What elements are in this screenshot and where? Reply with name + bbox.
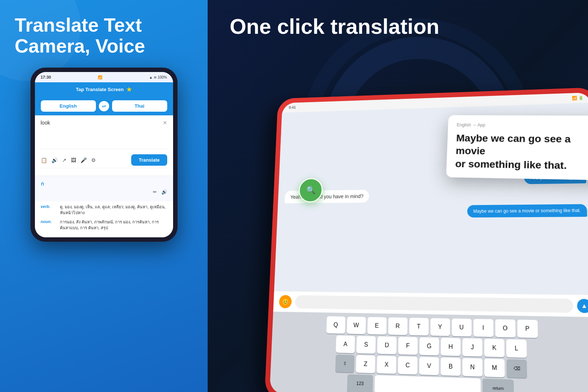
key-return[interactable]: return [483, 378, 514, 392]
result-section: ก ✏ 🔊 [35, 176, 173, 201]
right-panel: One click translation 9:41 📶 🔋 English →… [208, 0, 588, 392]
phone-mockup: 17:30 📶 ▲ ≋ 100% Tap Translate Screen ★ … [31, 68, 178, 242]
hero-title: Translate Text Camera, Voice [15, 15, 193, 57]
message-input[interactable] [295, 295, 573, 313]
lang-swap-btn[interactable]: ⇌ [99, 101, 109, 111]
result-actions: ✏ 🔊 [41, 189, 167, 195]
chat-bubble-4: Maybe we can go see a movie or something… [467, 204, 587, 217]
source-text: look [41, 120, 167, 126]
hero-title-line1: Translate Text [15, 15, 193, 36]
key-i[interactable]: I [473, 319, 493, 337]
key-123[interactable]: 123 [347, 374, 373, 392]
left-panel: Translate Text Camera, Voice 17:30 📶 ▲ ≋… [0, 0, 208, 392]
dict-text-noun: การมอง, สัง ค้นหา, ภาพลักษณ์, การ มอง, ก… [60, 219, 167, 231]
translate-body: look ✕ 📋 🔊 ↗ 🖼 🎤 ⚙ Translate [35, 115, 173, 176]
chat-bubble-3: Yeah! What did you have in mind? [285, 190, 369, 204]
right-title: One click translation [230, 15, 440, 38]
key-p[interactable]: P [517, 320, 538, 338]
key-x[interactable]: X [377, 356, 396, 374]
emoji-btn[interactable]: 😊 [279, 295, 292, 308]
phone-battery: ▲ ≋ 100% [149, 75, 167, 79]
toolbar-row: 📋 🔊 ↗ 🖼 🎤 ⚙ Translate [41, 152, 167, 168]
clear-btn[interactable]: ✕ [163, 120, 167, 126]
toolbar-mic-icon[interactable]: 🎤 [80, 157, 87, 163]
phone-status-bar: 17:30 📶 ▲ ≋ 100% [35, 72, 173, 82]
key-e[interactable]: E [367, 317, 386, 335]
chat-area: English → App ✎ Maybe we can go see a mo… [274, 103, 588, 295]
lang-to-btn[interactable]: Thai [112, 100, 167, 112]
keyboard-area: Q W E R T Y U I O P A S D [270, 312, 588, 392]
phone-status-icon: 📶 [98, 75, 102, 79]
translate-button[interactable]: Translate [131, 154, 167, 166]
key-r[interactable]: R [388, 317, 408, 335]
result-char: ก [41, 180, 167, 188]
key-h[interactable]: H [441, 338, 460, 356]
phone-status-time: 17:30 [41, 75, 51, 79]
key-v[interactable]: V [419, 357, 439, 375]
key-n[interactable]: N [462, 358, 483, 377]
key-y[interactable]: Y [430, 318, 450, 336]
phone-right-outer: 9:41 📶 🔋 English → App ✎ Maybe we can go… [265, 87, 588, 392]
dict-type-noun: noun. [41, 219, 55, 231]
toolbar-image-icon[interactable]: 🖼 [71, 157, 76, 163]
key-shift[interactable]: ⇧ [335, 355, 354, 373]
translation-text-line2: or something like that. [455, 158, 588, 173]
toolbar-settings-icon[interactable]: ⚙ [91, 157, 96, 163]
hero-title-line2: Camera, Voice [15, 36, 193, 57]
key-d[interactable]: D [377, 336, 397, 354]
key-backspace[interactable]: ⌫ [506, 359, 527, 378]
key-o[interactable]: O [495, 319, 515, 338]
dict-entry-verb: verb. ดู, มอง, มองดู, เห็น, แล, ดูแล, เห… [41, 204, 167, 216]
key-space[interactable] [374, 375, 481, 392]
phone-app-bar: Tap Translate Screen ★ [35, 82, 173, 97]
source-text-area: look ✕ [41, 120, 167, 149]
key-l[interactable]: L [506, 339, 527, 357]
right-phone-time: 9:41 [289, 105, 296, 110]
dictionary-section: verb. ดู, มอง, มองดู, เห็น, แล, ดูแล, เห… [35, 201, 173, 237]
key-j[interactable]: J [462, 338, 482, 357]
send-btn[interactable]: ▲ [577, 299, 588, 313]
phone-right-inner: 9:41 📶 🔋 English → App ✎ Maybe we can go… [270, 93, 588, 392]
key-t[interactable]: T [409, 318, 429, 336]
translate-circle-icon: 🔍 [306, 186, 315, 195]
key-g[interactable]: G [419, 337, 439, 355]
star-icon: ★ [126, 86, 132, 93]
lang-selector: English ⇌ Thai [35, 97, 173, 115]
key-k[interactable]: K [484, 339, 505, 357]
dict-entry-noun: noun. การมอง, สัง ค้นหา, ภาพลักษณ์, การ … [41, 219, 167, 231]
lang-from-btn[interactable]: English [41, 100, 96, 112]
toolbar-share-icon[interactable]: ↗ [62, 157, 67, 163]
right-phone-signal: 📶 🔋 [572, 96, 584, 101]
key-a[interactable]: A [336, 335, 355, 353]
key-b[interactable]: B [441, 357, 460, 376]
translation-card-header: English → App ✎ [457, 122, 588, 129]
key-z[interactable]: Z [356, 355, 375, 373]
translation-text-line1: Maybe we can go see a movie [456, 132, 588, 159]
phone-outer: 17:30 📶 ▲ ≋ 100% Tap Translate Screen ★ … [31, 68, 178, 242]
key-w[interactable]: W [347, 317, 366, 334]
translation-card-text: Maybe we can go see a movie or something… [455, 132, 588, 173]
result-volume-icon[interactable]: 🔊 [161, 189, 167, 195]
key-c[interactable]: C [398, 356, 417, 375]
phone-right-mockup: 9:41 📶 🔋 English → App ✎ Maybe we can go… [265, 87, 588, 392]
phone-inner: 17:30 📶 ▲ ≋ 100% Tap Translate Screen ★ … [35, 72, 173, 237]
key-q[interactable]: Q [326, 316, 345, 334]
toolbar-copy-icon[interactable]: 📋 [41, 157, 47, 163]
right-title-text: One click translation [230, 14, 440, 38]
key-s[interactable]: S [356, 336, 376, 354]
app-name-label: Tap Translate Screen [76, 87, 124, 92]
dict-type-verb: verb. [41, 204, 55, 216]
key-u[interactable]: U [452, 319, 472, 337]
translation-lang-label: English → App [457, 122, 485, 127]
key-f[interactable]: F [398, 337, 417, 355]
dict-text-verb: ดู, มอง, มองดู, เห็น, แล, ดูแล, เหลียว; … [60, 204, 167, 216]
toolbar-volume-icon[interactable]: 🔊 [51, 157, 58, 163]
result-copy-icon[interactable]: ✏ [153, 189, 157, 195]
translation-card: English → App ✎ Maybe we can go see a mo… [446, 115, 588, 180]
translate-btn-container: Translate [131, 154, 167, 166]
key-m[interactable]: M [484, 359, 505, 377]
